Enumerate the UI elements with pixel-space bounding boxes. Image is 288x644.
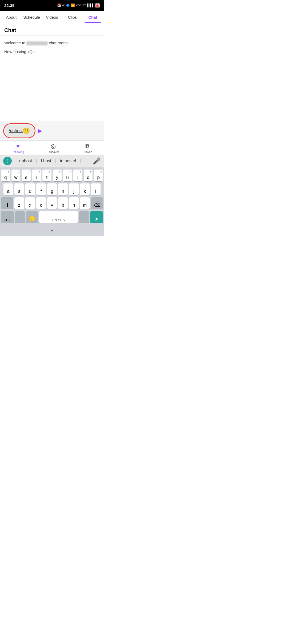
bluetooth-icon: 🔷 — [66, 3, 70, 7]
key-f[interactable]: f — [36, 183, 46, 195]
key-t[interactable]: 5t — [42, 170, 51, 181]
mic-icon[interactable]: 🎤 — [93, 157, 101, 165]
key-numbers[interactable]: ?123 — [1, 211, 14, 223]
bottom-nav: ♥ Following ◎ Discover ⧉ Browse — [0, 140, 104, 155]
check-icon: ✔ — [62, 3, 65, 7]
chat-message-2: Now hosting xQc. — [4, 49, 100, 54]
emoji-button[interactable]: 🙂 — [23, 127, 30, 134]
key-emoji[interactable]: 🙂 — [26, 211, 38, 223]
chat-input-highlight: /unhost 🙂 — [3, 123, 35, 138]
key-w[interactable]: 2w — [11, 170, 21, 181]
key-backspace[interactable]: ⌫ — [91, 197, 103, 209]
chat-header: Chat — [0, 23, 104, 36]
nav-tabs: About Schedule Videos Clips Chat — [0, 11, 104, 23]
key-v[interactable]: v — [47, 197, 57, 209]
browse-label: Browse — [82, 150, 92, 154]
redacted-username — [26, 41, 48, 45]
autocomplete-word-3[interactable]: in hostel — [56, 159, 81, 163]
key-h[interactable]: h — [58, 183, 68, 195]
key-a[interactable]: a — [3, 183, 13, 195]
keyboard-bottom: ⌄ — [1, 225, 103, 235]
key-l[interactable]: l — [91, 183, 101, 195]
key-s[interactable]: s — [14, 183, 24, 195]
key-z[interactable]: z — [14, 197, 24, 209]
key-b[interactable]: b — [58, 197, 68, 209]
tab-about[interactable]: About — [1, 11, 21, 23]
autocomplete-row: 〉 unhost I host in hostel 🎤 — [0, 155, 104, 167]
key-period[interactable]: . — [79, 211, 89, 223]
status-time: 22:35 — [4, 3, 14, 8]
key-m[interactable]: m — [80, 197, 90, 209]
chat-input-text[interactable]: /unhost — [9, 128, 23, 133]
lte-icon: VOD LTE — [76, 4, 86, 7]
heart-icon: ♥ — [16, 143, 20, 150]
tab-clips[interactable]: Clips — [62, 11, 82, 23]
signal-icon: ▌▌▌ — [87, 3, 94, 7]
key-y[interactable]: 6y — [53, 170, 62, 181]
keyboard-row-2: a s d f g h j k l — [1, 183, 103, 195]
tab-chat[interactable]: Chat — [83, 11, 103, 23]
nav-browse[interactable]: ⧉ Browse — [82, 143, 92, 154]
autocomplete-expand-button[interactable]: 〉 — [3, 157, 12, 165]
autocomplete-word-1[interactable]: unhost — [15, 159, 37, 163]
key-j[interactable]: j — [69, 183, 79, 195]
wifi-icon: 📶 — [71, 3, 75, 7]
key-r[interactable]: 4r — [32, 170, 41, 181]
send-button[interactable]: ▶ — [38, 127, 42, 134]
key-k[interactable]: k — [80, 183, 90, 195]
key-d[interactable]: d — [25, 183, 35, 195]
autocomplete-word-2[interactable]: I host — [37, 159, 56, 163]
chat-title: Chat — [4, 27, 100, 33]
following-label: Following — [12, 150, 24, 154]
key-u[interactable]: 7u — [63, 170, 72, 181]
key-shift[interactable]: ⬆ — [1, 197, 13, 209]
chat-message-1: Welcome to chat room! — [4, 40, 100, 46]
discover-icon: ◎ — [51, 143, 56, 150]
chat-messages: Welcome to chat room! Now hosting xQc. — [0, 36, 104, 121]
status-bar: 22:35 📅 ✔ 🔷 📶 VOD LTE ▌▌▌ 12 — [0, 0, 104, 11]
key-p[interactable]: 0p — [94, 170, 103, 181]
keyboard-row-1: 1q 2w 3e 4r 5t 6y 7u 8i 9o 0p — [1, 170, 103, 181]
key-o[interactable]: 9o — [84, 170, 93, 181]
key-comma[interactable]: , — [15, 211, 25, 223]
key-space[interactable]: EN • ES — [39, 211, 78, 223]
chat-input-wrapper[interactable]: /unhost 🙂 — [5, 125, 34, 137]
keyboard-row-3: ⬆ z x c v b n m ⌫ — [1, 197, 103, 209]
chevron-down-icon[interactable]: ⌄ — [50, 226, 54, 233]
keyboard-row-4: ?123 , 🙂 EN • ES . ➤ — [1, 211, 103, 223]
key-x[interactable]: x — [25, 197, 35, 209]
key-e[interactable]: 3e — [22, 170, 31, 181]
key-n[interactable]: n — [69, 197, 79, 209]
browse-icon: ⧉ — [85, 143, 90, 150]
key-c[interactable]: c — [36, 197, 46, 209]
key-send[interactable]: ➤ — [90, 211, 103, 223]
key-q[interactable]: 1q — [1, 170, 10, 181]
keyboard: 1q 2w 3e 4r 5t 6y 7u 8i 9o 0p a s d f g … — [0, 167, 104, 236]
nav-following[interactable]: ♥ Following — [12, 143, 24, 154]
tab-schedule[interactable]: Schedule — [21, 11, 42, 23]
tab-videos[interactable]: Videos — [42, 11, 62, 23]
key-g[interactable]: g — [47, 183, 57, 195]
status-icons: 📅 ✔ 🔷 📶 VOD LTE ▌▌▌ 12 — [57, 3, 100, 7]
calendar-icon: 📅 — [57, 3, 61, 7]
battery-icon: 12 — [95, 3, 100, 7]
key-i[interactable]: 8i — [73, 170, 82, 181]
chat-input-area: /unhost 🙂 ▶ — [0, 121, 104, 140]
nav-discover[interactable]: ◎ Discover — [47, 143, 59, 154]
discover-label: Discover — [47, 150, 59, 154]
